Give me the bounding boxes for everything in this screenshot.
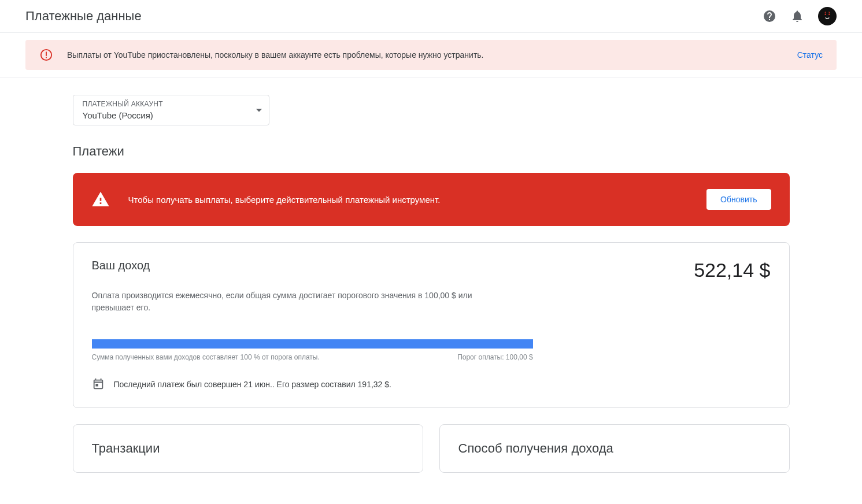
transactions-card[interactable]: Транзакции (73, 424, 423, 473)
header-actions (763, 7, 837, 25)
calendar-icon (92, 377, 106, 391)
account-select-value: YouTube (Россия) (83, 110, 260, 120)
warning-text: Выплаты от YouTube приостановлены, поско… (67, 50, 788, 60)
earnings-title: Ваш доход (92, 259, 150, 272)
section-title: Платежи (73, 144, 790, 159)
payment-method-alert: Чтобы получать выплаты, выберите действи… (73, 173, 790, 226)
progress-right-label: Порог оплаты: 100,00 $ (457, 353, 532, 361)
svg-point-0 (824, 13, 826, 15)
transactions-title: Транзакции (92, 441, 404, 456)
page-title: Платежные данные (25, 9, 142, 24)
earnings-description: Оплата производится ежемесячно, если общ… (92, 290, 473, 314)
last-payment-row: Последний платеж был совершен 21 июн.. Е… (92, 377, 771, 391)
avatar[interactable] (818, 7, 837, 25)
alert-triangle-icon (91, 190, 110, 209)
payout-method-title: Способ получения дохода (458, 441, 771, 456)
warning-status-link[interactable]: Статус (797, 50, 823, 60)
earnings-amount: 522,14 $ (694, 259, 770, 281)
svg-point-1 (828, 13, 830, 15)
warning-circle-icon (39, 48, 53, 62)
earnings-card: Ваш доход 522,14 $ Оплата производится е… (73, 242, 790, 408)
svg-rect-4 (46, 57, 47, 58)
update-button[interactable]: Обновить (706, 189, 771, 210)
progress-left-label: Сумма полученных вами доходов составляет… (92, 353, 320, 361)
progress-section: Сумма полученных вами доходов составляет… (92, 339, 771, 361)
app-header: Платежные данные (0, 0, 862, 33)
alert-text: Чтобы получать выплаты, выберите действи… (128, 195, 707, 205)
main-content: ПЛАТЕЖНЫЙ АККАУНТ YouTube (Россия) Плате… (73, 77, 790, 473)
chevron-down-icon (256, 109, 262, 112)
notifications-icon[interactable] (790, 9, 804, 23)
payment-account-select[interactable]: ПЛАТЕЖНЫЙ АККАУНТ YouTube (Россия) (73, 95, 269, 125)
progress-bar (92, 339, 533, 349)
payout-method-card[interactable]: Способ получения дохода (439, 424, 790, 473)
bottom-cards-row: Транзакции Способ получения дохода (73, 424, 790, 473)
account-select-label: ПЛАТЕЖНЫЙ АККАУНТ (83, 100, 260, 108)
last-payment-text: Последний платеж был совершен 21 июн.. Е… (114, 380, 391, 389)
help-icon[interactable] (763, 9, 776, 23)
warning-banner: Выплаты от YouTube приостановлены, поско… (25, 40, 837, 70)
svg-rect-3 (46, 52, 47, 56)
